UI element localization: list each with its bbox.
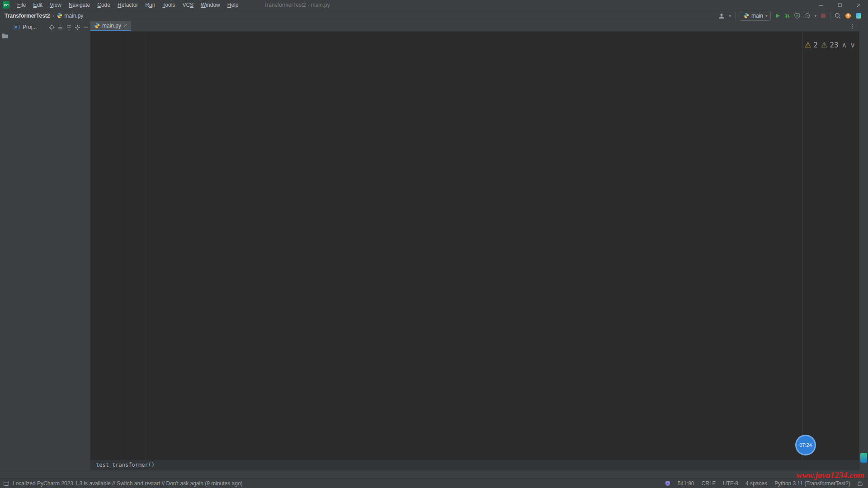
- expand-all-icon[interactable]: [57, 24, 63, 30]
- breadcrumb-method: test_transformer(): [96, 462, 155, 468]
- python-file-icon: [743, 13, 749, 19]
- right-tool-stripe: [859, 21, 868, 470]
- folder-icon: [2, 33, 8, 38]
- menu-file[interactable]: File: [14, 2, 29, 8]
- menu-navigate[interactable]: Navigate: [65, 2, 94, 8]
- chevron-down-icon: ▾: [729, 14, 731, 18]
- menu-bar: FileEditViewNavigateCodeRefactorRunTools…: [14, 2, 242, 8]
- python-file-icon: [57, 13, 62, 19]
- menu-vcs[interactable]: VCS: [179, 2, 197, 8]
- coverage-button[interactable]: [794, 13, 800, 19]
- line-ending[interactable]: CRLF: [702, 480, 716, 487]
- right-margin-guide: [802, 32, 803, 460]
- caret-position[interactable]: 541:90: [678, 480, 694, 487]
- gutter-separator: [125, 32, 125, 460]
- gear-icon[interactable]: [75, 24, 80, 30]
- pycharm-window: { "window": { "logo_text": "PC", "title"…: [0, 0, 868, 488]
- weak-warning-count: 23: [830, 41, 838, 49]
- run-configuration-select[interactable]: main ▾: [740, 11, 771, 21]
- indent-setting[interactable]: 4 spaces: [745, 480, 767, 487]
- commit-stripe-button[interactable]: [0, 33, 10, 38]
- next-issue-icon[interactable]: ∨: [850, 41, 855, 49]
- title-bar: PC FileEditViewNavigateCodeRefactorRunTo…: [0, 0, 868, 10]
- pycharm-logo-icon: PC: [3, 1, 10, 9]
- project-panel-header: Proj...: [10, 21, 90, 33]
- power-save-icon[interactable]: [665, 480, 670, 486]
- menu-run[interactable]: Run: [142, 2, 159, 8]
- breadcrumb-file[interactable]: main.py: [64, 13, 83, 19]
- project-tab-icon[interactable]: [14, 24, 20, 30]
- breadcrumb-separator: ›: [52, 13, 54, 19]
- window-controls: [811, 0, 868, 10]
- tab-main-py[interactable]: main.py: [90, 21, 131, 31]
- search-everywhere-icon[interactable]: [835, 13, 841, 19]
- breadcrumb-project[interactable]: TransformerTest2: [5, 13, 50, 19]
- inspections-widget[interactable]: ⚠ 2 ⚠ 23 ∧ ∨: [805, 41, 855, 49]
- menu-code[interactable]: Code: [94, 2, 114, 8]
- watermark: www.java1234.com: [797, 470, 864, 480]
- chevron-down-icon: ▾: [814, 14, 816, 18]
- run-configuration-name: main: [751, 13, 763, 19]
- menu-view[interactable]: View: [46, 2, 65, 8]
- warning-count: 2: [813, 41, 818, 49]
- maximize-button[interactable]: [830, 0, 849, 10]
- project-panel: Proj...: [10, 21, 91, 470]
- close-button[interactable]: [849, 0, 868, 10]
- file-encoding[interactable]: UTF-8: [723, 480, 738, 487]
- weak-warning-icon: ⚠: [821, 41, 830, 49]
- recording-timer: 07:24: [795, 435, 816, 455]
- ai-assistant-icon[interactable]: [855, 13, 862, 19]
- editor-tab-bar: main.py ⋮: [90, 21, 859, 32]
- left-tool-stripe: [0, 21, 10, 470]
- event-log-icon[interactable]: [4, 481, 9, 486]
- minimize-button[interactable]: [811, 0, 830, 10]
- stop-button[interactable]: [821, 13, 826, 19]
- collapse-all-icon[interactable]: [66, 24, 72, 30]
- menu-window[interactable]: Window: [197, 2, 224, 8]
- chevron-down-icon: ▾: [765, 14, 768, 18]
- divider: [735, 12, 736, 19]
- code-editor[interactable]: ⚠ 2 ⚠ 23 ∧ ∨: [90, 32, 859, 460]
- toolbar-actions: ▾ main ▾ ▾: [718, 11, 868, 21]
- indent-guide: [146, 33, 146, 460]
- tab-options-kebab-icon[interactable]: ⋮: [850, 23, 855, 29]
- ai-chat-floating-icon[interactable]: [860, 453, 867, 463]
- profiler-button[interactable]: [804, 13, 810, 19]
- user-icon[interactable]: [718, 13, 725, 19]
- menu-refactor[interactable]: Refactor: [114, 2, 142, 8]
- menu-tools[interactable]: Tools: [159, 2, 179, 8]
- editor-area: main.py ⋮ ⚠ 2 ⚠ 23 ∧ ∨ test_transformer(…: [90, 21, 859, 470]
- timer-value: 07:24: [799, 442, 812, 448]
- hide-panel-icon[interactable]: [83, 24, 89, 30]
- python-file-icon: [94, 23, 100, 28]
- project-panel-title[interactable]: Proj...: [23, 24, 37, 30]
- window-title: TransformerTest2 - main.py: [264, 2, 330, 8]
- tab-label: main.py: [102, 23, 121, 29]
- tool-window-bar: [0, 470, 868, 479]
- warning-icon: ⚠: [805, 41, 813, 49]
- menu-edit[interactable]: Edit: [29, 2, 46, 8]
- main-toolbar: TransformerTest2 › main.py ▾ main ▾ ▾: [0, 10, 868, 21]
- run-button[interactable]: [775, 13, 780, 19]
- editor-breadcrumb[interactable]: test_transformer(): [90, 460, 859, 470]
- close-tab-icon[interactable]: [123, 24, 127, 28]
- status-bar: Localized PyCharm 2023.1.3 is available …: [0, 478, 868, 488]
- menu-help[interactable]: Help: [224, 2, 242, 8]
- lock-icon[interactable]: [858, 480, 863, 486]
- update-available-icon[interactable]: [845, 13, 851, 19]
- status-message[interactable]: Localized PyCharm 2023.1.3 is available …: [13, 480, 243, 487]
- prev-issue-icon[interactable]: ∧: [842, 41, 847, 49]
- divider: [830, 12, 830, 19]
- debug-button[interactable]: [784, 13, 790, 19]
- python-interpreter[interactable]: Python 3.11 (TransformerTest2): [774, 480, 850, 487]
- locate-file-icon[interactable]: [49, 24, 55, 30]
